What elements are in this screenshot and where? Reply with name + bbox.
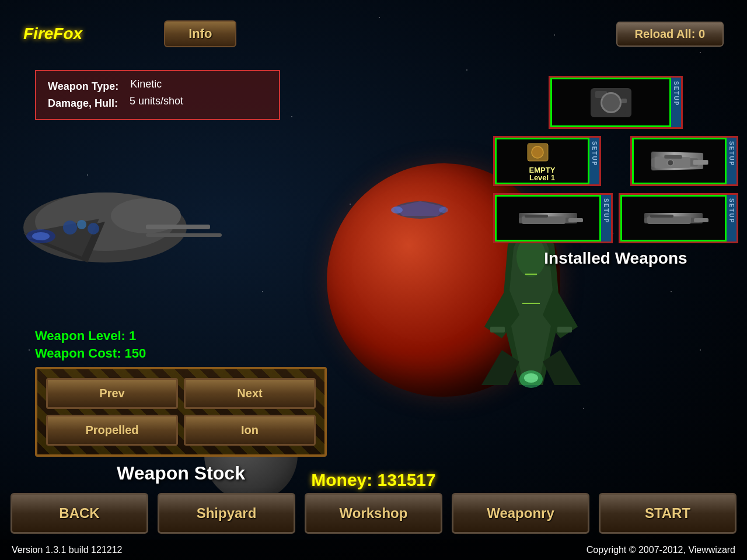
top-bar: FireFox Info Reload All: 0: [12, 12, 735, 56]
top-setup-label[interactable]: SETUP: [671, 78, 681, 127]
top-slot-green: [550, 78, 671, 127]
svg-rect-6: [146, 233, 222, 237]
spaceship-left: [0, 134, 222, 280]
damage-value: 5 units/shot: [130, 95, 183, 112]
weapon-level: Weapon Level: 1: [35, 328, 327, 344]
version-bar: Version 1.3.1 build 121212 Copyright © 2…: [0, 540, 747, 560]
right-middle-slot: SETUP: [630, 136, 738, 186]
left-bottom-slot: SETUP: [493, 193, 613, 243]
right-bottom-weapon: [644, 213, 703, 223]
bottom-nav: BACK Shipyard Workshop Weaponry START: [0, 487, 747, 540]
svg-point-9: [88, 223, 99, 235]
svg-point-27: [391, 206, 403, 214]
left-bottom-setup[interactable]: SETUP: [601, 195, 611, 242]
svg-point-32: [606, 99, 616, 108]
svg-point-28: [439, 207, 448, 213]
ship-name: FireFox: [23, 24, 82, 43]
svg-rect-48: [694, 218, 708, 222]
top-slot-row: SETUP: [493, 76, 738, 129]
right-middle-setup[interactable]: SETUP: [727, 138, 736, 184]
small-fighter: [385, 192, 455, 228]
empty-slot-content: EMPTYLevel 1: [525, 141, 560, 181]
svg-rect-45: [525, 215, 548, 218]
back-button[interactable]: BACK: [11, 493, 148, 534]
svg-rect-49: [650, 215, 673, 218]
installed-weapons-title: Installed Weapons: [493, 249, 738, 268]
empty-label: EMPTYLevel 1: [525, 166, 560, 181]
weapon-cost: Weapon Cost: 150: [35, 346, 327, 361]
weaponry-button[interactable]: Weaponry: [452, 493, 589, 534]
svg-point-8: [77, 220, 86, 229]
svg-rect-23: [490, 327, 505, 332]
left-bottom-weapon: [519, 213, 577, 223]
svg-point-33: [608, 100, 610, 103]
weapon-stock-title: Weapon Stock: [35, 463, 327, 484]
installed-weapons-panel: SETUP EMPTYLevel 1 SETUP: [493, 76, 738, 268]
svg-rect-40: [664, 155, 682, 159]
left-middle-green: EMPTYLevel 1: [495, 138, 589, 184]
svg-point-31: [603, 96, 619, 112]
svg-point-11: [32, 232, 50, 240]
version-text: Version 1.3.1 build 121212: [12, 545, 122, 555]
prev-button[interactable]: Prev: [46, 378, 178, 409]
shipyard-button[interactable]: Shipyard: [158, 493, 295, 534]
weapon-info-panel: Weapon Type: Kinetic Damage, Hull: 5 uni…: [35, 70, 280, 120]
left-bottom-green: [495, 195, 601, 242]
stock-box: Prev Next Propelled Ion: [35, 367, 327, 457]
weapon-type-label: Weapon Type:: [48, 78, 118, 95]
left-middle-slot: EMPTYLevel 1 SETUP: [493, 136, 601, 186]
weapon-type-value: Kinetic: [130, 78, 162, 95]
svg-rect-44: [568, 218, 583, 222]
stock-buttons: Prev Next Propelled Ion: [46, 378, 316, 446]
svg-rect-39: [693, 160, 708, 165]
svg-rect-24: [557, 327, 572, 332]
right-middle-green: [632, 138, 727, 184]
svg-point-41: [668, 160, 673, 166]
svg-rect-34: [621, 99, 627, 103]
copyright-text: Copyright © 2007-2012, Viewwizard: [587, 545, 735, 555]
right-middle-weapon: [651, 152, 703, 171]
svg-rect-30: [595, 91, 607, 98]
svg-rect-5: [146, 225, 210, 229]
right-bottom-slot: SETUP: [619, 193, 738, 243]
svg-point-36: [532, 146, 543, 158]
top-weapon-slot: SETUP: [549, 76, 683, 129]
right-bottom-setup[interactable]: SETUP: [727, 195, 736, 242]
svg-point-7: [63, 220, 77, 235]
info-button[interactable]: Info: [164, 20, 236, 47]
damage-label: Damage, Hull:: [48, 95, 118, 112]
next-button[interactable]: Next: [184, 378, 316, 409]
svg-point-20: [524, 373, 538, 383]
top-weapon-icon: [591, 88, 631, 117]
bottom-row: SETUP SETUP: [493, 193, 738, 243]
workshop-button[interactable]: Workshop: [305, 493, 442, 534]
start-button[interactable]: START: [599, 493, 736, 534]
middle-row: EMPTYLevel 1 SETUP SETUP: [493, 136, 738, 186]
ion-button[interactable]: Ion: [184, 415, 316, 446]
right-bottom-green: [620, 195, 727, 242]
weapon-stock-panel: Weapon Level: 1 Weapon Cost: 150 Prev Ne…: [35, 328, 327, 484]
left-middle-setup[interactable]: SETUP: [589, 138, 599, 184]
reload-button[interactable]: Reload All: 0: [616, 22, 724, 47]
propelled-button[interactable]: Propelled: [46, 415, 178, 446]
